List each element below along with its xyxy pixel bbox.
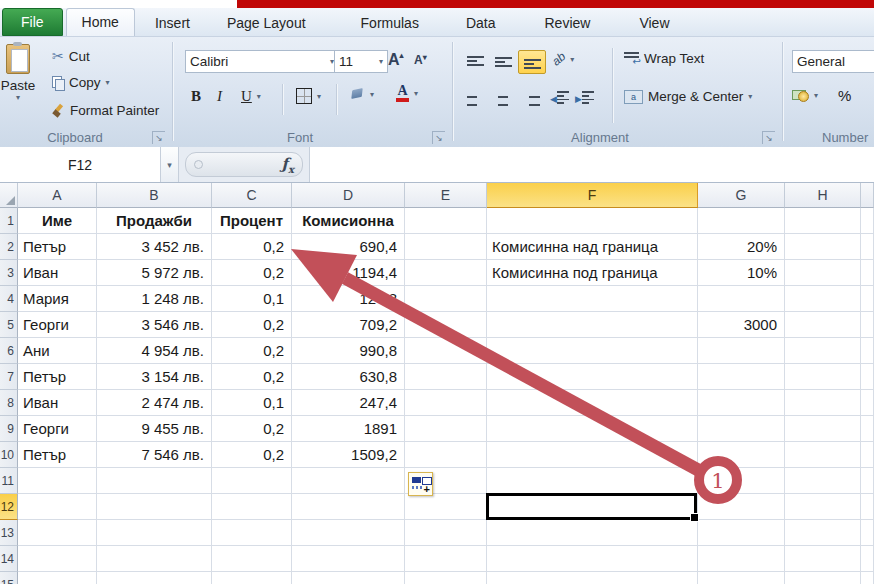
cell-I11[interactable] (861, 468, 874, 494)
cell-G3[interactable]: 10% (698, 260, 785, 286)
accounting-caret[interactable]: ▾ (814, 91, 818, 100)
wrap-text-button[interactable]: ↩ Wrap Text (624, 51, 704, 66)
cell-B13[interactable] (97, 520, 212, 546)
row-header-5[interactable]: 5 (0, 312, 18, 338)
column-header-F[interactable]: F (487, 182, 698, 208)
cell-E14[interactable] (405, 546, 487, 572)
font-family-combo[interactable]: Calibri ▾ (185, 50, 339, 73)
row-header-11[interactable]: 11 (0, 468, 18, 494)
underline-caret[interactable]: ▾ (257, 92, 261, 101)
cell-H10[interactable] (785, 442, 861, 468)
cell-A1[interactable]: Име (18, 208, 97, 234)
cell-I6[interactable] (861, 338, 874, 364)
cell-I13[interactable] (861, 520, 874, 546)
cell-B1[interactable]: Продажби (97, 208, 212, 234)
cell-F5[interactable] (487, 312, 698, 338)
tab-home[interactable]: Home (66, 8, 135, 36)
bold-button[interactable]: B (191, 88, 201, 105)
cell-D10[interactable]: 1509,2 (292, 442, 405, 468)
cell-D15[interactable] (292, 572, 405, 584)
cell-H14[interactable] (785, 546, 861, 572)
column-header-C[interactable]: C (212, 182, 292, 208)
cell-G7[interactable] (698, 364, 785, 390)
font-color-button[interactable]: A ▾ (396, 85, 418, 102)
cell-C13[interactable] (212, 520, 292, 546)
cell-A12[interactable] (18, 494, 97, 520)
cell-H15[interactable] (785, 572, 861, 584)
cell-B4[interactable]: 1 248 лв. (97, 286, 212, 312)
cell-D4[interactable]: 124,8 (292, 286, 405, 312)
cell-C3[interactable]: 0,2 (212, 260, 292, 286)
cell-I1[interactable] (861, 208, 874, 234)
cell-G13[interactable] (698, 520, 785, 546)
align-right-button[interactable] (518, 88, 544, 110)
cell-D2[interactable]: 690,4 (292, 234, 405, 260)
cell-F9[interactable] (487, 416, 698, 442)
cell-A8[interactable]: Иван (18, 390, 97, 416)
cell-A6[interactable]: Ани (18, 338, 97, 364)
insert-function-button[interactable]: ƒx (185, 152, 303, 177)
cell-F2[interactable]: Комисинна над граница (487, 234, 698, 260)
cell-D6[interactable]: 990,8 (292, 338, 405, 364)
cell-G2[interactable]: 20% (698, 234, 785, 260)
cell-C14[interactable] (212, 546, 292, 572)
cell-E6[interactable] (405, 338, 487, 364)
merge-center-button[interactable]: a Merge & Center ▾ (624, 89, 752, 104)
selected-cell-outline[interactable] (486, 493, 697, 520)
copy-button[interactable]: Copy ▾ (52, 75, 110, 90)
shrink-font-button[interactable]: A (414, 53, 427, 67)
tab-page-layout[interactable]: Page Layout (212, 10, 321, 36)
row-header-1[interactable]: 1 (0, 208, 18, 234)
cell-F15[interactable] (487, 572, 698, 584)
cell-I4[interactable] (861, 286, 874, 312)
cell-B5[interactable]: 3 546 лв. (97, 312, 212, 338)
cell-D5[interactable]: 709,2 (292, 312, 405, 338)
cell-F10[interactable] (487, 442, 698, 468)
cell-D3[interactable]: 1194,4 (292, 260, 405, 286)
cell-C7[interactable]: 0,2 (212, 364, 292, 390)
cell-E9[interactable] (405, 416, 487, 442)
cell-E7[interactable] (405, 364, 487, 390)
cell-G8[interactable] (698, 390, 785, 416)
tab-view[interactable]: View (624, 10, 684, 36)
cell-D14[interactable] (292, 546, 405, 572)
cell-D11[interactable] (292, 468, 405, 494)
cell-C6[interactable]: 0,2 (212, 338, 292, 364)
cell-F14[interactable] (487, 546, 698, 572)
cell-H1[interactable] (785, 208, 861, 234)
font-size-combo[interactable]: 11 ▾ (334, 50, 388, 73)
cell-I8[interactable] (861, 390, 874, 416)
cell-B11[interactable] (97, 468, 212, 494)
cell-C12[interactable] (212, 494, 292, 520)
fill-handle[interactable] (690, 513, 699, 522)
cell-C15[interactable] (212, 572, 292, 584)
cell-E2[interactable] (405, 234, 487, 260)
merge-center-caret[interactable]: ▾ (748, 92, 752, 101)
borders-button[interactable]: ▾ (296, 88, 321, 104)
cell-I2[interactable] (861, 234, 874, 260)
cell-H12[interactable] (785, 494, 861, 520)
cell-I9[interactable] (861, 416, 874, 442)
cell-G11[interactable] (698, 468, 785, 494)
column-header-G[interactable]: G (698, 182, 785, 208)
cell-B14[interactable] (97, 546, 212, 572)
cell-A7[interactable]: Петър (18, 364, 97, 390)
cell-A14[interactable] (18, 546, 97, 572)
cell-E13[interactable] (405, 520, 487, 546)
top-align-button[interactable] (462, 51, 488, 73)
row-header-12[interactable]: 12 (0, 494, 18, 520)
cell-D12[interactable] (292, 494, 405, 520)
orientation-button[interactable]: ab ▾ (552, 52, 574, 66)
cell-H5[interactable] (785, 312, 861, 338)
cell-H2[interactable] (785, 234, 861, 260)
formula-input[interactable] (309, 147, 874, 182)
cell-A10[interactable]: Петър (18, 442, 97, 468)
cell-A13[interactable] (18, 520, 97, 546)
alignment-dialog-launcher-icon[interactable]: ↘ (762, 131, 775, 144)
column-header-E[interactable]: E (405, 182, 487, 208)
cell-C11[interactable] (212, 468, 292, 494)
format-painter-button[interactable]: Format Painter (52, 103, 159, 118)
cell-B8[interactable]: 2 474 лв. (97, 390, 212, 416)
cell-E3[interactable] (405, 260, 487, 286)
increase-indent-icon[interactable]: ▶ (575, 91, 594, 104)
